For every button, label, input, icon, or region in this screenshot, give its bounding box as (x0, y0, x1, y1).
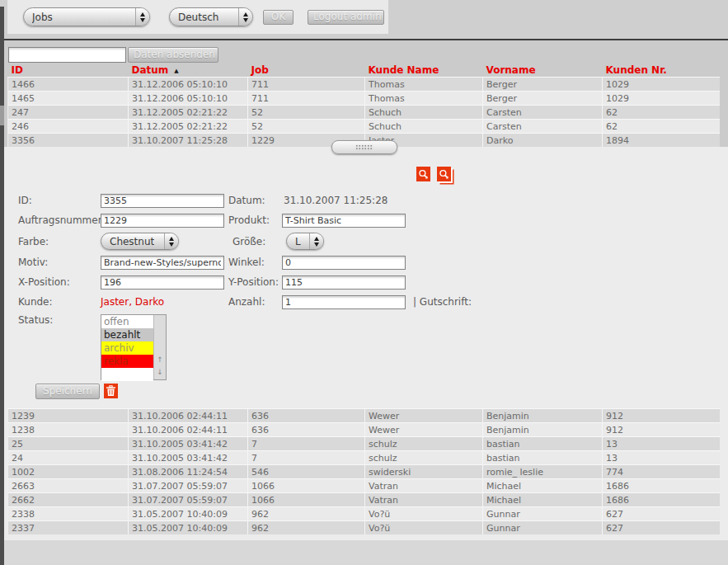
cell: Schuch (365, 106, 483, 120)
yposition-input[interactable] (282, 275, 406, 290)
column-header-id[interactable]: ID (8, 63, 129, 78)
kunde-link[interactable]: Jaster, Darko (101, 296, 224, 308)
table-row[interactable]: 2431.10.2005 03:41:427schulzbastian13 (8, 451, 720, 465)
datum-value: 31.10.2007 11:25:28 (284, 195, 387, 206)
list-section-bottom: 123931.10.2006 02:44:11636WewerBenjamin9… (0, 408, 728, 556)
xposition-input[interactable] (101, 275, 224, 290)
groesse-select-value: L (295, 236, 301, 247)
listbox-scrollbar[interactable]: ↑ ↓ (153, 315, 166, 379)
produkt-input[interactable] (282, 214, 406, 228)
delete-icon[interactable] (104, 384, 118, 398)
table-row[interactable]: 266231.07.2007 05:59:071066VatranMichael… (8, 493, 720, 507)
table-row[interactable]: 24631.12.2005 02:21:2252SchuchCarsten62 (8, 120, 720, 134)
cell: 1894 (603, 134, 720, 148)
farbe-select[interactable]: Chestnut (101, 233, 179, 250)
winkel-label: Winkel: (228, 257, 282, 268)
cell: 52 (248, 120, 365, 134)
datum-label: Datum: (228, 195, 282, 206)
motiv-input[interactable] (101, 256, 224, 270)
winkel-input[interactable] (282, 256, 406, 270)
status-option-offen[interactable]: offen (101, 315, 153, 328)
cell: Benjamin (483, 423, 603, 437)
jobs-table-bottom: 123931.10.2006 02:44:11636WewerBenjamin9… (7, 408, 720, 534)
cell: Vatran (365, 479, 483, 493)
cell: 3356 (8, 134, 129, 148)
cell: romie_ leslie (483, 465, 603, 479)
cell: 1686 (603, 479, 720, 493)
cell: 1239 (8, 409, 129, 423)
cell: schulz (365, 451, 483, 465)
cell: Wewer (365, 409, 483, 423)
splitter-handle[interactable] (331, 140, 397, 154)
cell: 31.12.2006 05:10:10 (129, 92, 248, 106)
cell: Carsten (483, 106, 603, 120)
cell: 636 (248, 409, 365, 423)
cell: Thomas (365, 92, 483, 106)
table-row[interactable]: 146531.12.2006 05:10:10711ThomasBerger10… (8, 92, 720, 106)
cell: 546 (248, 465, 365, 479)
table-header-row: IDDatum▲JobKunde NameVornameKunden Nr. (8, 63, 720, 78)
cell: 1238 (8, 423, 129, 437)
cell: 1029 (603, 92, 720, 106)
cell: 31.07.2007 05:59:07 (129, 479, 248, 493)
table-row[interactable]: 24731.12.2005 02:21:2252SchuchCarsten62 (8, 106, 720, 120)
column-header-job[interactable]: Job (248, 63, 365, 78)
status-label: Status: (18, 314, 101, 326)
groesse-select[interactable]: L (286, 233, 324, 250)
status-option-bezahlt[interactable]: bezahlt (101, 328, 153, 341)
cell: 31.10.2006 02:44:11 (129, 423, 248, 437)
column-header-datum[interactable]: Datum▲ (129, 63, 248, 78)
table-row[interactable]: 266331.07.2007 05:59:071066VatranMichael… (8, 479, 720, 493)
save-button[interactable]: Speichern (35, 384, 100, 399)
anzahl-input[interactable] (282, 295, 406, 309)
farbe-select-value: Chestnut (110, 236, 154, 247)
column-header-kunden-nr-[interactable]: Kunden Nr. (603, 63, 720, 78)
submit-data-button[interactable]: Daten absenden (128, 47, 218, 63)
select-stepper-icon (238, 8, 252, 26)
column-header-kunde-name[interactable]: Kunde Name (365, 63, 483, 78)
logout-button[interactable]: Logout admin (308, 10, 384, 25)
cell: Vo?ü (365, 521, 483, 535)
produkt-label: Produkt: (228, 214, 282, 226)
cell: 1465 (8, 92, 129, 106)
cell: 627 (603, 521, 720, 535)
language-select[interactable]: Deutsch (169, 7, 253, 26)
status-option-rekla[interactable]: rekla (101, 355, 153, 368)
filter-toolbar: Daten absenden (0, 40, 728, 63)
cell: 7 (248, 451, 365, 465)
groesse-label: Größe: (232, 236, 286, 247)
zoom-icon[interactable] (416, 167, 430, 181)
table-row[interactable]: 100231.08.2006 11:24:54546swiderskiromie… (8, 465, 720, 479)
motiv-label: Motiv: (18, 257, 101, 268)
table-row[interactable]: 233831.05.2007 10:40:09962Vo?üGunnar627 (8, 507, 720, 521)
zoom-all-icon[interactable] (437, 167, 451, 181)
cell: 7 (248, 437, 365, 451)
scroll-up-icon[interactable]: ↑ (157, 354, 163, 366)
table-row[interactable]: 123831.10.2006 02:44:11636WewerBenjamin9… (8, 423, 720, 437)
jobs-table-top: IDDatum▲JobKunde NameVornameKunden Nr. 1… (7, 63, 720, 147)
scrollbar-thumb[interactable] (0, 106, 4, 125)
module-select[interactable]: Jobs (23, 7, 150, 26)
cell: Benjamin (483, 409, 603, 423)
scroll-down-icon[interactable]: ↓ (157, 366, 163, 379)
status-listbox[interactable]: offenbezahltarchivrekla ↑ ↓ (101, 314, 167, 380)
left-scrollbar[interactable] (0, 7, 4, 565)
table-row[interactable]: 123931.10.2006 02:44:11636WewerBenjamin9… (8, 409, 720, 423)
cell: 31.12.2005 02:21:22 (129, 106, 248, 120)
filter-input[interactable] (8, 47, 126, 63)
cell: 1466 (8, 78, 129, 92)
id-input[interactable] (101, 194, 224, 208)
table-row[interactable]: 2531.10.2005 03:41:427schulzbastian13 (8, 437, 720, 451)
table-row[interactable]: 146631.12.2006 05:10:10711ThomasBerger10… (8, 78, 720, 92)
table-row[interactable]: 233731.05.2007 10:40:09962Vo?üGunnar627 (8, 521, 720, 535)
cell: 1686 (603, 493, 720, 507)
ok-button[interactable]: OK (263, 10, 294, 25)
cell: swiderski (365, 465, 483, 479)
auftragsnummer-input[interactable] (101, 214, 224, 228)
select-stepper-icon (164, 233, 178, 249)
status-option-archiv[interactable]: archiv (101, 341, 153, 355)
column-header-vorname[interactable]: Vorname (483, 63, 603, 78)
grip-dots-icon (355, 144, 373, 151)
cell: 1029 (603, 78, 720, 92)
id-label: ID: (18, 195, 101, 206)
